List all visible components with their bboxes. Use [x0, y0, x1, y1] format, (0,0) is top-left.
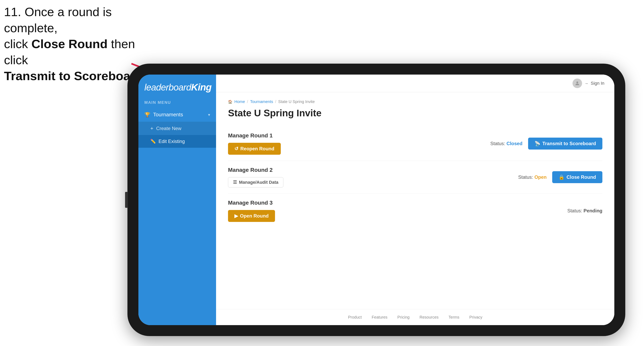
round-1-title: Manage Round 1 [228, 133, 281, 139]
logo: leaderboardKing [144, 82, 210, 93]
reopen-round-button[interactable]: ↺ Reopen Round [228, 143, 281, 155]
round-3-status-text: Status: Pending [567, 208, 602, 213]
round-3-right: Status: Pending [567, 208, 602, 213]
transmit-icon: 📡 [534, 141, 540, 146]
breadcrumb-tournaments[interactable]: Tournaments [250, 99, 273, 104]
reopen-icon: ↺ [234, 146, 238, 152]
footer-features[interactable]: Features [372, 315, 388, 320]
round-1-status-text: Status: Closed [490, 141, 522, 146]
close-round-button[interactable]: 🔒 Close Round [552, 171, 602, 183]
sidebar: leaderboardKing MAIN MENU 🏆 Tournaments … [138, 75, 216, 325]
round-2-status-text: Status: Open [518, 174, 546, 180]
round-1-status-value: Closed [506, 141, 522, 146]
sidebar-tournaments-left: 🏆 Tournaments [144, 112, 183, 118]
round-1-status-label: Status: [490, 141, 505, 146]
sign-in-button[interactable]: → Sign In [572, 79, 604, 88]
main-content: → Sign In 🏠 Home / Tournaments / State U… [216, 75, 614, 325]
round-2-section: Manage Round 2 ☰ Manage/Audit Data Statu… [228, 161, 602, 194]
close-icon: 🔒 [558, 174, 564, 180]
instruction-transmit: Transmit to Scoreboard. [4, 69, 146, 83]
footer: Product Features Pricing Resources Terms… [216, 309, 614, 325]
create-new-label: Create New [156, 126, 182, 131]
svg-point-2 [576, 82, 578, 83]
instruction-text: 11. Once a round is complete, click Clos… [4, 4, 147, 84]
instruction-line1: 11. Once a round is complete, [4, 5, 112, 35]
home-icon: 🏠 [228, 100, 232, 104]
round-2-status-value: Open [534, 174, 546, 180]
open-icon: ▶ [234, 213, 238, 219]
sign-in-icon: → [584, 81, 588, 86]
instruction-close-round: Close Round [32, 37, 108, 51]
chevron-icon: ▾ [208, 112, 210, 117]
tablet-screen: leaderboardKing MAIN MENU 🏆 Tournaments … [138, 75, 614, 325]
breadcrumb: 🏠 Home / Tournaments / State U Spring In… [228, 99, 602, 104]
footer-terms[interactable]: Terms [448, 315, 459, 320]
footer-privacy[interactable]: Privacy [469, 315, 482, 320]
round-1-right: Status: Closed 📡 Transmit to Scoreboard [490, 138, 602, 150]
edit-existing-label: Edit Existing [158, 139, 185, 144]
app-layout: leaderboardKing MAIN MENU 🏆 Tournaments … [138, 75, 614, 325]
breadcrumb-sep1: / [247, 99, 248, 104]
open-round-label: Open Round [240, 213, 269, 219]
round-3-status-value: Pending [584, 208, 602, 213]
page-title: State U Spring Invite [228, 108, 602, 119]
close-round-label: Close Round [566, 174, 596, 180]
round-2-left: Manage Round 2 ☰ Manage/Audit Data [228, 167, 283, 187]
breadcrumb-current: State U Spring Invite [278, 99, 315, 104]
manage-icon: ☰ [233, 180, 237, 185]
transmit-label: Transmit to Scoreboard [542, 141, 596, 146]
manage-audit-label: Manage/Audit Data [239, 180, 278, 185]
round-3-section: Manage Round 3 ▶ Open Round Status: Pend… [228, 194, 602, 228]
sidebar-create-new[interactable]: + Create New [138, 122, 216, 135]
tablet-device: leaderboardKing MAIN MENU 🏆 Tournaments … [128, 64, 625, 336]
sidebar-edit-existing[interactable]: ✏️ Edit Existing [138, 135, 216, 148]
sidebar-tournaments-label: Tournaments [153, 112, 183, 118]
sign-in-label: Sign In [591, 81, 604, 86]
sidebar-logo: leaderboardKing [138, 75, 216, 98]
reopen-round-label: Reopen Round [240, 146, 274, 152]
breadcrumb-home[interactable]: Home [234, 99, 245, 104]
instruction-line2-prefix: click [4, 37, 32, 51]
logo-part1: leaderboard [144, 82, 191, 92]
round-2-right: Status: Open 🔒 Close Round [518, 171, 602, 183]
round-2-status-label: Status: [518, 174, 533, 180]
top-bar: → Sign In [216, 75, 614, 92]
round-1-section: Manage Round 1 ↺ Reopen Round Status: Cl… [228, 127, 602, 161]
trophy-icon: 🏆 [144, 112, 150, 118]
open-round-button[interactable]: ▶ Open Round [228, 210, 275, 222]
footer-product[interactable]: Product [348, 315, 362, 320]
manage-audit-button[interactable]: ☰ Manage/Audit Data [228, 177, 283, 187]
round-1-left: Manage Round 1 ↺ Reopen Round [228, 133, 281, 155]
transmit-to-scoreboard-button[interactable]: 📡 Transmit to Scoreboard [528, 138, 602, 150]
round-3-title: Manage Round 3 [228, 200, 275, 206]
main-menu-label: MAIN MENU [138, 98, 216, 108]
tablet-side-button [125, 192, 128, 208]
round-2-title: Manage Round 2 [228, 167, 283, 173]
sidebar-item-tournaments[interactable]: 🏆 Tournaments ▾ [138, 108, 216, 122]
page-content-area: 🏠 Home / Tournaments / State U Spring In… [216, 92, 614, 309]
edit-icon: ✏️ [150, 139, 156, 144]
sidebar-submenu: + Create New ✏️ Edit Existing [138, 122, 216, 148]
round-3-status-label: Status: [567, 208, 582, 213]
footer-pricing[interactable]: Pricing [398, 315, 410, 320]
plus-icon: + [150, 125, 153, 132]
logo-part2: King [191, 82, 212, 92]
breadcrumb-sep2: / [275, 99, 276, 104]
footer-resources[interactable]: Resources [420, 315, 439, 320]
avatar [572, 79, 582, 88]
round-3-left: Manage Round 3 ▶ Open Round [228, 200, 275, 222]
